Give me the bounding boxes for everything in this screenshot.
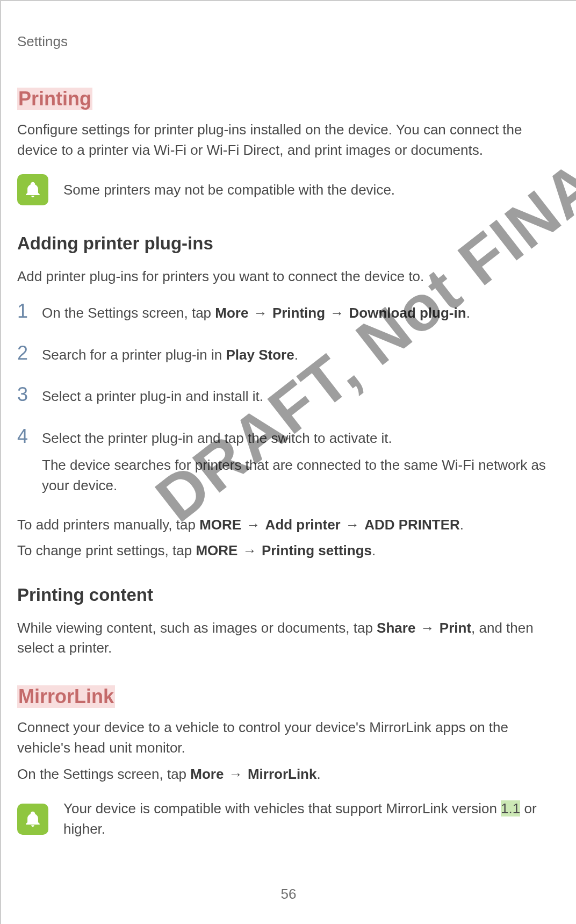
step-4: 4 Select the printer plug-in and tap the… (17, 426, 560, 496)
mirrorlink-note-row: Your device is compatible with vehicles … (17, 799, 560, 839)
text: While viewing content, such as images or… (17, 620, 377, 636)
arrow-icon: → (341, 517, 364, 533)
text: To change print settings, tap (17, 542, 196, 558)
mirrorlink-path: On the Settings screen, tap More → Mirro… (17, 764, 560, 785)
mirrorlink-label: MirrorLink (248, 766, 317, 782)
header-label: Settings (17, 33, 560, 50)
text: . (294, 347, 298, 363)
text: On the Settings screen, tap (17, 766, 190, 782)
arrow-icon: → (241, 517, 265, 533)
step-body: Search for a printer plug-in in Play Sto… (42, 343, 298, 366)
step-body: Select the printer plug-in and tap the s… (42, 426, 560, 496)
text: Search for a printer plug-in in (42, 347, 226, 363)
arrow-icon: → (237, 542, 261, 558)
bell-icon (17, 174, 48, 205)
version-highlight: 1.1 (501, 800, 520, 816)
step-number: 2 (17, 343, 31, 366)
printing-note-row: Some printers may not be compatible with… (17, 174, 560, 205)
mirrorlink-note-text: Your device is compatible with vehicles … (63, 799, 560, 839)
step-number: 3 (17, 384, 31, 407)
print-label: Print (440, 620, 471, 636)
printing-title: Printing (17, 88, 92, 110)
text: The device searches for printers that ar… (42, 455, 560, 496)
step-number: 1 (17, 301, 31, 324)
printing-content-text: While viewing content, such as images or… (17, 618, 560, 658)
printing-note-text: Some printers may not be compatible with… (63, 180, 395, 200)
share-label: Share (377, 620, 415, 636)
download-plugin-label: Download plug-in (349, 305, 466, 321)
step-number: 4 (17, 426, 31, 496)
arrow-icon: → (248, 305, 272, 321)
more-label: MORE (199, 517, 241, 533)
text: To add printers manually, tap (17, 517, 199, 533)
step-body: On the Settings screen, tap More → Print… (42, 301, 470, 324)
step-2: 2 Search for a printer plug-in in Play S… (17, 343, 560, 366)
page: Settings Printing Configure settings for… (0, 0, 576, 924)
arrow-icon: → (224, 766, 247, 782)
printing-content-heading: Printing content (17, 585, 560, 605)
mirrorlink-intro: Connect your device to a vehicle to cont… (17, 718, 560, 758)
section-printing: Printing Configure settings for printer … (17, 88, 560, 658)
more-label: More (190, 766, 224, 782)
add-printer-caps-label: ADD PRINTER (364, 517, 460, 533)
add-printer-label: Add printer (265, 517, 341, 533)
text: . (460, 517, 464, 533)
text: . (466, 305, 470, 321)
mirrorlink-title: MirrorLink (17, 685, 115, 708)
text: . (316, 766, 320, 782)
arrow-icon: → (325, 305, 349, 321)
printing-settings-label: Printing settings (262, 542, 372, 558)
step-3: 3 Select a printer plug-in and install i… (17, 384, 560, 407)
arrow-icon: → (415, 620, 439, 636)
section-mirrorlink: MirrorLink Connect your device to a vehi… (17, 685, 560, 839)
printing-intro: Configure settings for printer plug-ins … (17, 120, 560, 160)
text: On the Settings screen, tap (42, 305, 215, 321)
text: Select the printer plug-in and tap the s… (42, 428, 560, 449)
adding-intro: Add printer plug-ins for printers you wa… (17, 267, 560, 287)
step-1: 1 On the Settings screen, tap More → Pri… (17, 301, 560, 324)
change-settings-text: To change print settings, tap MORE → Pri… (17, 541, 560, 561)
text: Your device is compatible with vehicles … (63, 800, 501, 816)
printing-label: Printing (272, 305, 325, 321)
step-body: Select a printer plug-in and install it. (42, 384, 263, 407)
manual-add-text: To add printers manually, tap MORE → Add… (17, 515, 560, 535)
adding-heading: Adding printer plug-ins (17, 233, 560, 254)
play-store-label: Play Store (226, 347, 294, 363)
more-label: MORE (196, 542, 237, 558)
bell-icon (17, 804, 48, 835)
page-number: 56 (1, 886, 576, 902)
more-label: More (215, 305, 248, 321)
text: . (372, 542, 376, 558)
